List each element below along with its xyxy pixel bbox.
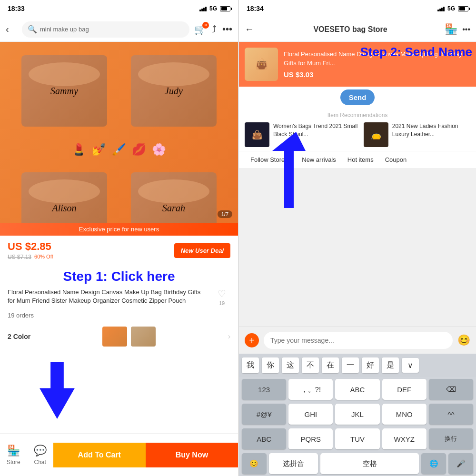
rec-item-2: 👝 2021 New Ladies Fashion Luxury Leather…	[364, 122, 470, 147]
page-indicator: 1/7	[218, 210, 232, 218]
search-box[interactable]: 🔍 mini make up bag	[22, 21, 189, 38]
right-status-bar: 18:34 5G	[239, 0, 476, 17]
step1-annotation: Step 1: Click here	[0, 265, 238, 288]
add-to-cart-button[interactable]: Add To Cart	[53, 443, 146, 467]
right-back-button[interactable]: ←	[245, 24, 256, 35]
key-wxyz[interactable]: WXYZ	[382, 428, 426, 449]
chat-add-button[interactable]: +	[245, 333, 259, 347]
item-recs-label: Item Recommendations	[245, 112, 470, 119]
key-delete[interactable]: ⌫	[429, 379, 473, 400]
step1-arrow	[29, 362, 86, 419]
keyboard-row-4: 😊 选拼音 空格 🌐 🎤	[239, 451, 476, 476]
product-card-chat: 👜 Floral Personalised Name Design Canvas…	[239, 42, 476, 87]
key-abc[interactable]: ABC	[335, 379, 379, 400]
key-ghi[interactable]: GHI	[288, 404, 333, 425]
tab-new-arrivals[interactable]: New arrivals	[296, 151, 342, 168]
chinese-keyboard: 我 你 这 不 在 一 好 是 ∨ 123 ，。?! ABC DEF ⌫ #@¥…	[239, 354, 476, 476]
share-icon[interactable]: ⤴	[212, 24, 217, 35]
bag-sarah: Sarah	[131, 172, 217, 223]
key-caret[interactable]: ^^	[429, 404, 473, 425]
new-user-deal: New User Deal	[174, 243, 230, 258]
store-nav-item[interactable]: 🏪 Store	[0, 445, 27, 466]
key-def[interactable]: DEF	[382, 379, 426, 400]
quick-char-ni[interactable]: 你	[262, 357, 279, 373]
key-123[interactable]: 123	[242, 379, 286, 400]
discount-badge: 60% Off	[34, 254, 53, 259]
key-special[interactable]: #@¥	[242, 404, 286, 425]
quick-chars-row: 我 你 这 不 在 一 好 是 ∨	[239, 354, 476, 377]
cart-badge: 0	[202, 22, 209, 29]
left-status-icons: 5G	[199, 5, 230, 12]
product-info: Floral Personalised Name Design Canvas M…	[0, 288, 238, 310]
keyboard-row-3: ABC PQRS TUV WXYZ 换行	[239, 426, 476, 451]
search-text: mini make up bag	[40, 26, 89, 33]
signal-bars-icon	[199, 6, 207, 11]
right-panel: 18:34 5G ← VOESETO bag Store 🏪 ••• 👜 Flo…	[239, 0, 476, 476]
quick-char-expand[interactable]: ∨	[402, 358, 419, 373]
quick-char-hao[interactable]: 好	[362, 357, 379, 373]
key-jkl[interactable]: JKL	[335, 404, 379, 425]
chat-input-row: + 😊	[239, 327, 476, 354]
chat-label: Chat	[34, 459, 46, 466]
send-row: Send	[239, 87, 476, 108]
key-mno[interactable]: MNO	[382, 404, 426, 425]
bottom-nav: 🏪 Store 💬 Chat Add To Cart Buy Now	[0, 433, 238, 476]
rec-info-2: 2021 New Ladies Fashion Luxury Leather..…	[392, 122, 470, 139]
key-pqrs[interactable]: PQRS	[288, 428, 333, 449]
quick-char-zai[interactable]: 在	[322, 357, 339, 373]
quick-char-zhe[interactable]: 这	[282, 357, 299, 373]
key-punct[interactable]: ，。?!	[288, 379, 333, 400]
chat-input[interactable]	[264, 332, 453, 349]
price-info: US $2.85 US $7.13 60% Off	[8, 240, 53, 260]
quick-char-yi[interactable]: 一	[342, 357, 359, 373]
store-icon: 🏪	[7, 445, 20, 457]
right-status-icons: 5G	[437, 5, 468, 12]
buy-now-button[interactable]: Buy Now	[146, 443, 238, 467]
original-price-row: US $7.13 60% Off	[8, 253, 53, 260]
key-newline[interactable]: 换行	[429, 428, 473, 449]
price-row: US $2.85 US $7.13 60% Off New User Deal	[0, 236, 238, 265]
search-icon: 🔍	[28, 25, 37, 34]
tab-coupon[interactable]: Coupon	[379, 151, 413, 168]
more-icon[interactable]: •••	[222, 24, 232, 35]
emoji-button[interactable]: 😊	[457, 334, 470, 347]
network-type: 5G	[209, 5, 217, 12]
key-abc2[interactable]: ABC	[242, 428, 286, 449]
product-image-area: Sammy Judy 💄 💅 🖌️ 💋 🌸 Alison Sarah 1/7	[0, 42, 238, 223]
current-price: US $2.85	[8, 240, 53, 253]
tab-hot-items[interactable]: Hot items	[342, 151, 379, 168]
quick-char-bu[interactable]: 不	[302, 357, 319, 373]
bag-alison: Alison	[21, 172, 107, 223]
right-time: 18:34	[247, 5, 264, 12]
rec-items-list: 👜 Women's Bags Trend 2021 Small Black Sh…	[245, 122, 470, 147]
right-network: 5G	[447, 5, 455, 12]
right-battery-icon	[458, 6, 468, 11]
quick-char-shi[interactable]: 是	[382, 357, 399, 373]
search-bar-area: ‹ 🔍 mini make up bag 🛒 0 ⤴ •••	[0, 17, 238, 42]
product-card-price: US $3.03	[284, 70, 470, 79]
rec-thumb-2: 👝	[364, 122, 388, 147]
quick-char-wo[interactable]: 我	[242, 357, 259, 373]
key-emoji[interactable]: 😊	[242, 453, 267, 474]
key-space[interactable]: 空格	[320, 453, 419, 474]
key-tuv[interactable]: TUV	[335, 428, 379, 449]
chat-nav-item[interactable]: 💬 Chat	[27, 445, 53, 466]
color-thumb-2[interactable]	[131, 327, 156, 347]
color-section: 2 Color ›	[0, 323, 238, 350]
key-mic[interactable]: 🎤	[448, 453, 473, 474]
battery-icon	[220, 6, 230, 11]
key-pinyin[interactable]: 选拼音	[269, 453, 318, 474]
cart-icon[interactable]: 🛒 0	[194, 24, 206, 35]
product-title: Floral Personalised Name Design Canvas M…	[8, 288, 208, 305]
store-tabs: Follow Store New arrivals Hot items Coup…	[239, 151, 476, 169]
wishlist-button[interactable]: ♡ 19	[213, 288, 230, 306]
product-card-area: 👜 Floral Personalised Name Design Canvas…	[239, 42, 476, 87]
color-thumb-1[interactable]	[102, 327, 127, 347]
back-button[interactable]: ‹	[6, 24, 17, 35]
key-globe[interactable]: 🌐	[421, 453, 446, 474]
color-thumbnails	[102, 327, 156, 347]
bag-sammy: Sammy	[21, 55, 107, 127]
tab-follow-store[interactable]: Follow Store	[245, 151, 290, 168]
send-button[interactable]: Send	[340, 89, 375, 105]
svg-marker-0	[40, 362, 75, 419]
